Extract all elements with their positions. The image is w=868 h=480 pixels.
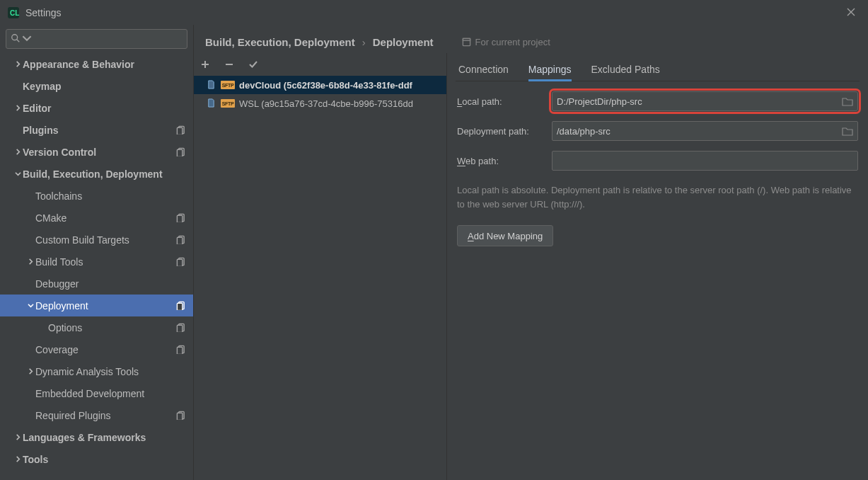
chevron-right-icon — [25, 258, 35, 265]
tree-item-label: Appearance & Behavior — [23, 59, 187, 70]
add-server-button[interactable] — [199, 59, 211, 70]
svg-rect-6 — [177, 149, 182, 156]
svg-rect-22 — [463, 38, 470, 40]
tree-item-appearance-behavior[interactable]: Appearance & Behavior — [0, 53, 193, 75]
web-path-field[interactable] — [552, 151, 858, 171]
server-label: devCloud (5c62f38e-6b8d-4e33-81fe-ddf — [239, 80, 412, 91]
server-doc-icon — [207, 80, 216, 90]
search-history-icon[interactable] — [22, 33, 32, 45]
chevron-right-icon — [13, 456, 23, 462]
tab-mappings[interactable]: Mappings — [528, 64, 572, 81]
chevron-right-icon — [13, 105, 23, 111]
chevron-down-icon — [25, 302, 35, 309]
scope-indicator: For current project — [462, 37, 550, 47]
svg-rect-16 — [177, 325, 182, 332]
tree-item-keymap[interactable]: Keymap — [0, 75, 193, 97]
tree-item-cmake[interactable]: CMake — [0, 207, 193, 229]
local-path-input[interactable] — [557, 96, 842, 107]
svg-point-2 — [12, 34, 18, 40]
search-input-wrap[interactable] — [6, 29, 187, 49]
tree-item-required-plugins[interactable]: Required Plugins — [0, 404, 193, 426]
server-doc-icon — [207, 98, 216, 108]
svg-text:CL: CL — [10, 9, 19, 17]
search-input[interactable] — [35, 34, 183, 45]
tree-item-label: Editor — [23, 103, 187, 114]
local-path-label: Local path: — [457, 96, 545, 107]
tree-item-label: Languages & Frameworks — [23, 432, 187, 443]
project-scope-icon — [176, 125, 187, 135]
breadcrumb-part[interactable]: Build, Execution, Deployment — [205, 36, 355, 48]
project-scope-icon — [176, 345, 187, 354]
tree-item-tools[interactable]: Tools — [0, 448, 193, 470]
server-item[interactable]: SFTPdevCloud (5c62f38e-6b8d-4e33-81fe-dd… — [194, 76, 446, 94]
app-icon: CL — [7, 6, 20, 19]
tree-item-label: Tools — [23, 454, 187, 465]
chevron-right-icon — [13, 149, 23, 155]
tree-item-label: Deployment — [35, 300, 175, 312]
tree-item-label: Toolchains — [35, 190, 187, 202]
tree-item-languages-frameworks[interactable]: Languages & Frameworks — [0, 426, 193, 448]
tree-item-build-tools[interactable]: Build Tools — [0, 251, 193, 273]
browse-icon[interactable] — [842, 126, 853, 136]
chevron-right-icon — [13, 61, 23, 67]
svg-rect-21 — [463, 38, 470, 45]
sftp-badge: SFTP — [221, 81, 235, 89]
tree-item-coverage[interactable]: Coverage — [0, 338, 193, 360]
svg-rect-14 — [177, 303, 182, 310]
tree-item-toolchains[interactable]: Toolchains — [0, 185, 193, 207]
settings-sidebar: Appearance & BehaviorKeymapEditorPlugins… — [0, 25, 194, 480]
scope-label: For current project — [475, 37, 550, 47]
svg-rect-10 — [177, 237, 182, 244]
web-path-input[interactable] — [557, 156, 853, 166]
tree-item-plugins[interactable]: Plugins — [0, 119, 193, 141]
project-scope-icon — [176, 235, 187, 244]
add-mapping-button[interactable]: Add New Mapping — [457, 225, 553, 246]
tree-item-label: Plugins — [23, 125, 175, 136]
tree-item-custom-build-targets[interactable]: Custom Build Targets — [0, 229, 193, 251]
project-scope-icon — [176, 147, 187, 156]
tree-item-build-execution-deployment[interactable]: Build, Execution, Deployment — [0, 163, 193, 185]
chevron-right-icon — [13, 434, 23, 440]
chevron-right-icon — [25, 368, 35, 375]
project-scope-icon — [176, 323, 187, 332]
deployment-path-field[interactable] — [552, 121, 858, 141]
svg-rect-18 — [177, 347, 182, 354]
form-description: Local path is absolute. Deployment path … — [457, 183, 853, 211]
tree-item-label: Coverage — [35, 344, 175, 355]
tree-item-embedded-development[interactable]: Embedded Development — [0, 382, 193, 404]
breadcrumb-part: Deployment — [373, 36, 434, 48]
tree-item-options[interactable]: Options — [0, 316, 193, 338]
set-default-button[interactable] — [248, 59, 259, 70]
svg-rect-8 — [177, 215, 182, 222]
tree-item-debugger[interactable]: Debugger — [0, 273, 193, 295]
tab-connection[interactable]: Connection — [458, 64, 509, 81]
local-path-field[interactable] — [552, 91, 858, 111]
settings-tree: Appearance & BehaviorKeymapEditorPlugins… — [0, 53, 193, 480]
server-toolbar — [194, 53, 446, 76]
project-scope-icon — [176, 257, 187, 266]
tree-item-label: Custom Build Targets — [35, 234, 175, 246]
tree-item-label: CMake — [35, 212, 175, 224]
svg-rect-4 — [177, 127, 182, 135]
window-title: Settings — [25, 7, 841, 18]
search-icon — [11, 33, 21, 45]
close-button[interactable] — [841, 4, 861, 22]
deployment-path-input[interactable] — [557, 126, 842, 137]
tree-item-label: Build Tools — [35, 256, 175, 268]
tree-item-editor[interactable]: Editor — [0, 97, 193, 119]
svg-rect-20 — [177, 413, 182, 420]
chevron-down-icon — [13, 171, 23, 177]
tree-item-label: Required Plugins — [35, 410, 175, 421]
tree-item-deployment[interactable]: Deployment — [0, 295, 193, 316]
tree-item-label: Dynamic Analysis Tools — [35, 366, 187, 377]
tree-item-label: Version Control — [23, 147, 175, 158]
tree-item-version-control[interactable]: Version Control — [0, 141, 193, 163]
project-scope-icon — [176, 213, 187, 222]
remove-server-button[interactable] — [224, 59, 235, 70]
tree-item-label: Options — [48, 322, 175, 333]
tab-excluded-paths[interactable]: Excluded Paths — [591, 64, 660, 81]
sftp-badge: SFTP — [221, 99, 235, 108]
server-item[interactable]: SFTPWSL (a9c15a76-37cd-4cbe-b996-75316dd — [194, 94, 446, 113]
browse-icon[interactable] — [842, 96, 853, 106]
tree-item-dynamic-analysis-tools[interactable]: Dynamic Analysis Tools — [0, 360, 193, 382]
